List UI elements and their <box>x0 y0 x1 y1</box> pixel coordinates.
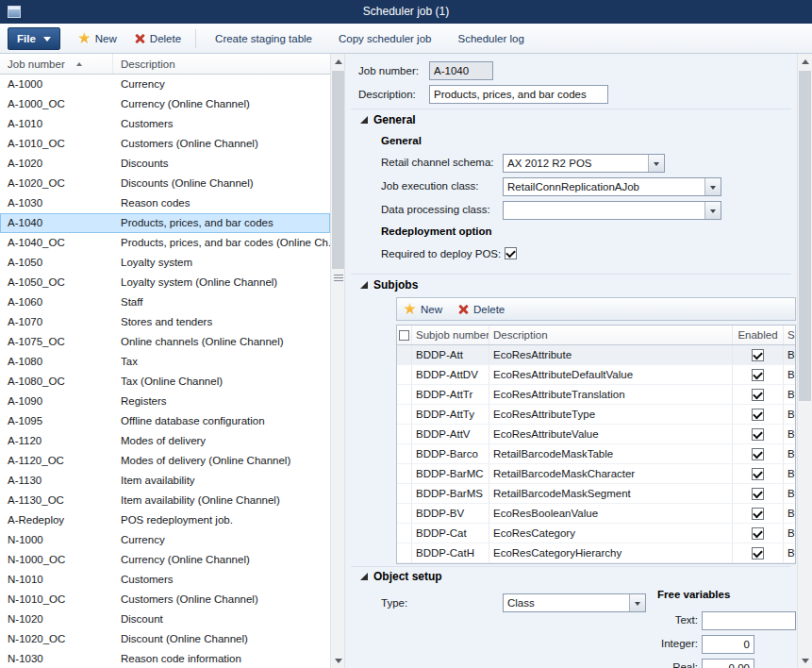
scroll-up-button[interactable] <box>798 54 812 69</box>
subjob-row-BDDP-AttTr[interactable]: BDDP-AttTrEcoResAttributeTranslationBy a <box>397 385 795 405</box>
row-selector-cell[interactable] <box>397 385 412 404</box>
enabled-checkbox[interactable] <box>752 409 764 421</box>
row-selector-cell[interactable] <box>397 425 412 443</box>
column-header-subjob-number[interactable]: Subjob number <box>412 326 489 344</box>
job-row-A-1120_OC[interactable]: A-1120_OCModes of delivery (Online Chann… <box>0 451 330 471</box>
enabled-checkbox[interactable] <box>752 547 764 559</box>
job-row-A-1000_OC[interactable]: A-1000_OCCurrency (Online Channel) <box>0 94 330 114</box>
integer-field[interactable] <box>702 635 754 654</box>
enabled-checkbox[interactable] <box>752 527 764 540</box>
required-to-deploy-pos-checkbox[interactable] <box>505 247 517 259</box>
row-selector-cell[interactable] <box>397 484 412 503</box>
enabled-checkbox[interactable] <box>752 349 764 361</box>
job-row-A-1040[interactable]: A-1040Products, prices, and bar codes <box>0 213 330 233</box>
enabled-checkbox[interactable] <box>752 468 764 480</box>
subjob-row-BDDP-BarMC[interactable]: BDDP-BarMCRetailBarcodeMaskCharacterBy a <box>397 464 795 484</box>
job-row-N-1030[interactable]: N-1030Reason code information <box>0 649 330 668</box>
subjob-row-BDDP-BarMS[interactable]: BDDP-BarMSRetailBarcodeMaskSegmentBy a <box>397 484 795 504</box>
enabled-checkbox[interactable] <box>752 389 764 401</box>
subjob-row-BDDP-Cat[interactable]: BDDP-CatEcoResCategoryBy a <box>397 524 795 543</box>
job-execution-class-combo[interactable]: RetailConnReplicationAJob <box>503 177 721 196</box>
job-row-A-1070[interactable]: A-1070Stores and tenders <box>0 312 330 332</box>
subjob-row-BDDP-Att[interactable]: BDDP-AttEcoResAttributeBy a <box>397 345 795 365</box>
job-row-A-1060[interactable]: A-1060Staff <box>0 292 330 312</box>
new-button[interactable]: New <box>70 27 125 50</box>
subjob-row-BDDP-AttDV[interactable]: BDDP-AttDVEcoResAttributeDefaultValueBy … <box>397 365 795 385</box>
job-row-A-1010_OC[interactable]: A-1010_OCCustomers (Online Channel) <box>0 134 330 154</box>
description-field[interactable] <box>429 85 608 104</box>
job-row-A-1020_OC[interactable]: A-1020_OCDiscounts (Online Channel) <box>0 174 330 193</box>
job-row-A-1030[interactable]: A-1030Reason codes <box>0 193 330 213</box>
scroll-down-button[interactable] <box>798 653 812 668</box>
subjob-row-BDDP-Barco[interactable]: BDDP-BarcoRetailBarcodeMaskTableBy a <box>397 444 795 464</box>
job-row-A-1075_OC[interactable]: A-1075_OCOnline channels (Online Channel… <box>0 332 330 352</box>
job-row-A-1095[interactable]: A-1095Offline database configuration <box>0 411 330 431</box>
job-row-A-1090[interactable]: A-1090Registers <box>0 392 330 411</box>
scroll-up-button[interactable] <box>331 54 345 69</box>
row-selector-cell[interactable] <box>397 464 412 483</box>
row-selector-cell[interactable] <box>397 345 412 364</box>
enabled-checkbox[interactable] <box>752 428 764 441</box>
column-header-subjob-description[interactable]: Description <box>489 326 733 344</box>
job-row-N-1000[interactable]: N-1000Currency <box>0 530 330 550</box>
detail-scrollbar[interactable] <box>797 54 812 668</box>
subjob-row-BDDP-AttTy[interactable]: BDDP-AttTyEcoResAttributeTypeBy a <box>397 405 795 425</box>
subjobs-delete-button[interactable]: Delete <box>457 304 505 315</box>
job-row-N-1010[interactable]: N-1010Customers <box>0 570 330 590</box>
job-row-N-1010_OC[interactable]: N-1010_OCCustomers (Online Channel) <box>0 590 330 610</box>
job-row-N-1000_OC[interactable]: N-1000_OCCurrency (Online Channel) <box>0 550 330 570</box>
row-selector-cell[interactable] <box>397 524 412 543</box>
file-menu-button[interactable]: File <box>8 27 60 50</box>
column-header-description[interactable]: Description <box>113 54 330 74</box>
job-row-N-1020[interactable]: N-1020Discount <box>0 610 330 629</box>
row-selector-cell[interactable] <box>397 543 412 562</box>
job-row-A-1120[interactable]: A-1120Modes of delivery <box>0 431 330 451</box>
type-combo[interactable]: Class <box>503 593 646 612</box>
section-general[interactable]: General <box>360 113 416 126</box>
column-header-sub[interactable]: Sub <box>784 326 795 344</box>
job-row-A-1010[interactable]: A-1010Customers <box>0 114 330 134</box>
job-row-N-1020_OC[interactable]: N-1020_OCDiscount (Online Channel) <box>0 629 330 649</box>
subjobs-new-button[interactable]: New <box>404 303 442 315</box>
job-row-A-1040_OC[interactable]: A-1040_OCProducts, prices, and bar codes… <box>0 233 330 253</box>
select-all-checkbox[interactable] <box>399 330 409 341</box>
subjob-row-BDDP-CatH[interactable]: BDDP-CatHEcoResCategoryHierarchyBy a <box>397 543 795 563</box>
job-row-A-Redeploy[interactable]: A-RedeployPOS redeployment job. <box>0 510 330 530</box>
job-number-field[interactable] <box>429 61 493 80</box>
row-selector-cell[interactable] <box>397 365 412 384</box>
job-row-A-1130_OC[interactable]: A-1130_OCItem availability (Online Chann… <box>0 491 330 510</box>
real-field[interactable] <box>702 659 754 668</box>
enabled-checkbox[interactable] <box>752 508 764 520</box>
chevron-down-icon[interactable] <box>704 202 721 219</box>
chevron-down-icon[interactable] <box>648 155 664 172</box>
splitter-grip[interactable] <box>334 273 343 283</box>
data-processing-class-combo[interactable] <box>503 201 721 220</box>
toolbar-button-scheduler-log[interactable]: Scheduler log <box>444 33 537 44</box>
job-row-A-1080_OC[interactable]: A-1080_OCTax (Online Channel) <box>0 372 330 392</box>
job-row-A-1050[interactable]: A-1050Loyalty system <box>0 253 330 273</box>
column-header-job-number[interactable]: Job number <box>0 54 113 74</box>
column-header-enabled[interactable]: Enabled <box>733 326 784 344</box>
toolbar-button-copy-scheduler-job[interactable]: Copy scheduler job <box>325 33 444 44</box>
job-row-A-1130[interactable]: A-1130Item availability <box>0 471 330 491</box>
section-object-setup[interactable]: Object setup <box>360 570 442 583</box>
job-row-A-1000[interactable]: A-1000Currency <box>0 75 330 94</box>
delete-button[interactable]: Delete <box>125 27 190 50</box>
enabled-checkbox[interactable] <box>752 448 764 460</box>
row-selector-cell[interactable] <box>397 504 412 523</box>
job-row-A-1080[interactable]: A-1080Tax <box>0 352 330 372</box>
subjob-row-BDDP-BV[interactable]: BDDP-BVEcoResBooleanValueBy a <box>397 504 795 524</box>
subjob-row-BDDP-AttV[interactable]: BDDP-AttVEcoResAttributeValueBy a <box>397 425 795 444</box>
row-selector-cell[interactable] <box>397 405 412 424</box>
scrollbar-thumb[interactable] <box>799 71 811 401</box>
chevron-down-icon[interactable] <box>629 594 645 611</box>
job-row-A-1020[interactable]: A-1020Discounts <box>0 154 330 174</box>
retail-channel-schema-combo[interactable]: AX 2012 R2 POS <box>503 154 665 173</box>
section-subjobs[interactable]: Subjobs <box>360 278 418 292</box>
row-selector-cell[interactable] <box>397 444 412 463</box>
job-list-scrollbar[interactable] <box>330 54 345 668</box>
job-row-A-1050_OC[interactable]: A-1050_OCLoyalty system (Online Channel) <box>0 273 330 292</box>
chevron-down-icon[interactable] <box>704 178 721 195</box>
scroll-down-button[interactable] <box>331 653 345 668</box>
toolbar-button-create-staging-table[interactable]: Create staging table <box>202 33 325 44</box>
